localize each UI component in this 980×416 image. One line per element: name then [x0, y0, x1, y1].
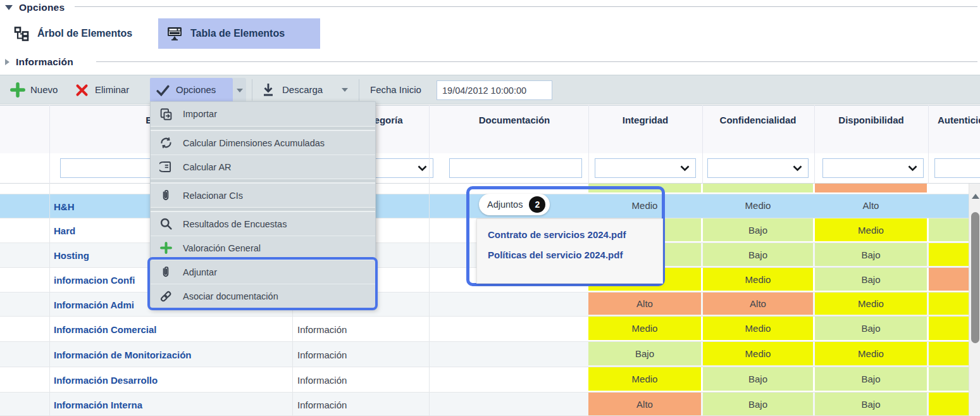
- disponibilidad-cell: Bajo: [815, 243, 927, 266]
- filter-disponibilidad-select[interactable]: [822, 158, 924, 178]
- column-header-disponibilidad[interactable]: Disponibilidad: [838, 115, 903, 125]
- menu-separator: [151, 179, 375, 183]
- menu-separator: [151, 207, 375, 211]
- caret-down-icon: [237, 89, 243, 92]
- scrollbar-track[interactable]: [969, 184, 980, 416]
- filter-documentacion-input[interactable]: [449, 158, 582, 178]
- app-window: { "palette": { "green": "#d9f2a0", "yell…: [0, 0, 980, 416]
- import-icon: [158, 108, 173, 121]
- descarga-button[interactable]: Descarga: [282, 84, 323, 95]
- confidencialidad-cell: Medio: [703, 268, 813, 291]
- autenticidad-cell: [929, 393, 969, 415]
- categoria-value: Información: [297, 349, 347, 360]
- integridad-cell: Alto: [588, 293, 701, 315]
- confidencialidad-cell: Medio: [703, 317, 813, 340]
- plus-icon: [158, 241, 173, 255]
- autenticidad-cell: [929, 268, 969, 291]
- count-badge: 2: [529, 196, 545, 213]
- menu-item-relacionar-cis[interactable]: Relacionar CIs: [151, 183, 375, 207]
- chevron-down-icon: [418, 165, 427, 172]
- integridad-cell: Medio: [588, 367, 701, 391]
- disponibilidad-cell: Bajo: [815, 317, 927, 340]
- chevron-down-icon: [908, 165, 917, 172]
- table-row[interactable]: Información de Monitorización Informació…: [0, 342, 969, 367]
- column-header-autenticidad[interactable]: Autenticidad: [938, 115, 980, 125]
- integridad-cell: Medio: [588, 194, 701, 217]
- filter-row: [0, 153, 980, 184]
- menu-item-asociar-documentacion[interactable]: Asociar documentación: [151, 284, 375, 308]
- fecha-inicio-input[interactable]: [437, 80, 552, 100]
- element-name[interactable]: H&H: [54, 201, 75, 211]
- tab-arbol-de-elementos[interactable]: Árbol de Elementos: [5, 18, 141, 49]
- menu-item-calcular-ar[interactable]: Calcular AR: [151, 154, 375, 179]
- chain-link-icon: [158, 289, 173, 303]
- integridad-cell: Medio: [588, 317, 701, 340]
- menu-item-resultados-de-encuestas[interactable]: Resultados de Encuestas: [151, 211, 375, 236]
- tab-label: Tabla de Elementos: [190, 28, 285, 39]
- eliminar-button[interactable]: Eliminar: [95, 84, 129, 95]
- menu-item-calcular-dimensiones-acumuladas[interactable]: Calcular Dimensiones Acumuladas: [151, 130, 375, 154]
- menu-item-adjuntar[interactable]: Adjuntar: [151, 260, 375, 284]
- autenticidad-cell: [929, 293, 969, 315]
- element-name[interactable]: Información Admi: [54, 299, 134, 310]
- disponibilidad-cell: Bajo: [815, 367, 927, 391]
- check-icon: [156, 85, 170, 96]
- autenticidad-cell: [929, 218, 969, 241]
- filter-integridad-select[interactable]: [595, 158, 696, 178]
- column-header-integridad[interactable]: Integridad: [623, 115, 669, 125]
- filter-autenticidad-input[interactable]: [934, 158, 980, 178]
- table-row[interactable]: [0, 184, 969, 194]
- confidencialidad-cell: Alto: [703, 293, 813, 315]
- nuevo-button[interactable]: Nuevo: [30, 84, 58, 95]
- column-header-confidencialidad[interactable]: Confidencialidad: [720, 115, 797, 125]
- section-title: Opciones: [19, 2, 65, 13]
- confidencialidad-cell: Medio: [703, 342, 813, 365]
- table-row[interactable]: Información Desarrollo Información Medio…: [0, 367, 969, 393]
- paperclip-icon: [158, 265, 173, 279]
- element-name[interactable]: Información Interna: [54, 400, 142, 410]
- opciones-dropdown-arrow[interactable]: [233, 78, 246, 103]
- autenticidad-cell: [929, 342, 969, 365]
- categoria-value: Información: [297, 374, 347, 385]
- confidencialidad-cell: Bajo: [703, 393, 813, 415]
- menu-item-importar[interactable]: Importar: [151, 102, 375, 126]
- table-row[interactable]: Información Comercial Información Medio …: [0, 317, 969, 342]
- download-icon: [262, 83, 275, 97]
- element-name[interactable]: Hard: [54, 225, 75, 236]
- disponibilidad-cell: Medio: [815, 293, 927, 315]
- table-row[interactable]: Información Interna Información Alto Baj…: [0, 393, 969, 416]
- categoria-value: Información: [297, 400, 347, 410]
- menu-item-label: Relacionar CIs: [183, 191, 243, 201]
- collapse-collapsed-icon[interactable]: [5, 59, 9, 65]
- scrollbar-thumb[interactable]: [971, 212, 979, 343]
- plus-icon: [9, 82, 26, 98]
- element-name[interactable]: Información Desarrollo: [54, 374, 158, 385]
- autenticidad-cell: [929, 194, 969, 217]
- tree-icon: [14, 25, 29, 42]
- column-divider: [49, 105, 50, 184]
- menu-item-valoracion-general[interactable]: Valoración General: [151, 236, 375, 260]
- table-row[interactable]: Información Admi Alto Alto Medio: [0, 293, 969, 317]
- attachment-link[interactable]: Contrato de servicios 2024.pdf: [488, 229, 662, 240]
- element-name[interactable]: Información de Monitorización: [54, 349, 192, 360]
- disponibilidad-cell: Medio: [815, 218, 927, 241]
- autenticidad-cell: [929, 184, 969, 192]
- caret-down-icon[interactable]: [342, 88, 348, 92]
- tab-tabla-de-elementos[interactable]: Tabla de Elementos: [158, 18, 320, 49]
- menu-item-label: Resultados de Encuestas: [183, 219, 287, 229]
- column-divider: [588, 105, 589, 184]
- element-name[interactable]: Información Comercial: [54, 324, 157, 334]
- attachment-link[interactable]: Políticas del servicio 2024.pdf: [488, 249, 662, 260]
- section-title: Información: [16, 56, 73, 68]
- opciones-menu-button[interactable]: Opciones: [150, 78, 233, 103]
- section-divider: [96, 61, 977, 62]
- element-name[interactable]: informacion Confi: [54, 275, 135, 286]
- integridad-cell: Bajo: [588, 342, 701, 365]
- section-opciones-header: Opciones: [5, 1, 65, 14]
- column-header-documentacion[interactable]: Documentación: [479, 115, 550, 125]
- element-name[interactable]: Hosting: [54, 250, 89, 261]
- disponibilidad-cell: Bajo: [815, 393, 927, 415]
- scrollbar-up-arrow-icon[interactable]: [972, 194, 979, 199]
- collapse-expanded-icon[interactable]: [5, 5, 13, 10]
- filter-confidencialidad-select[interactable]: [707, 158, 809, 178]
